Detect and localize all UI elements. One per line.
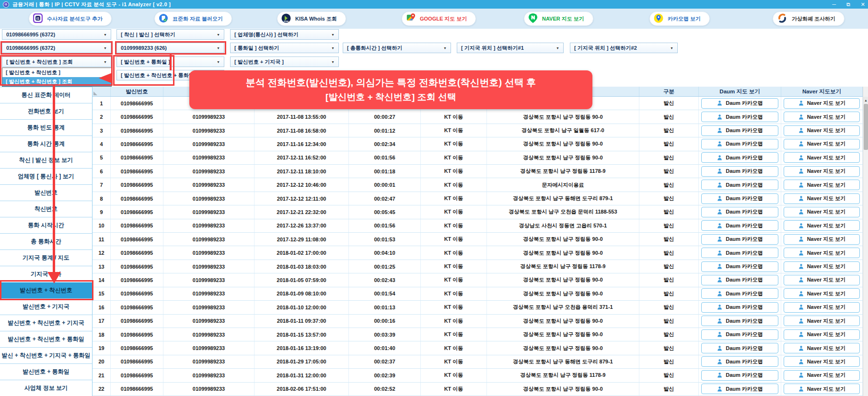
sidebar-item-8[interactable]: 착신번호 xyxy=(0,201,92,217)
sidebar-item-15[interactable]: 발신번호 + 착신번호 + 기지국 xyxy=(0,315,92,331)
naver-map-button[interactable]: Naver 지도 보기 xyxy=(784,112,860,122)
scrollbar-up-icon[interactable]: ▲ xyxy=(863,97,868,103)
table-row[interactable]: 2101098666995010999892332018-01-31 12:00… xyxy=(93,369,863,382)
daum-map-button[interactable]: Daum 카카오맵 xyxy=(701,166,778,177)
naver-map-button[interactable]: Naver 지도 보기 xyxy=(784,356,860,367)
daum-map-button[interactable]: Daum 카카오맵 xyxy=(701,248,778,258)
table-row[interactable]: 1001098666995010999892332017-12-26 13:37… xyxy=(93,219,863,233)
table-row[interactable]: 901098666995010999892332017-12-21 22:32:… xyxy=(93,205,863,219)
naver-map-button[interactable]: Naver 지도 보기 xyxy=(784,234,860,245)
column-header-10[interactable]: Naver 지도보기 xyxy=(781,87,863,96)
sidebar-item-9[interactable]: 통화 시작시간 xyxy=(0,217,92,234)
sidebar-item-2[interactable]: 전화번호 보기 xyxy=(0,103,92,120)
sidebar-item-14[interactable]: 발신번호 + 기지국 xyxy=(0,299,92,315)
combo-total-call-time[interactable]: [ 총통화시간 ] 선택하기▼ xyxy=(343,43,451,53)
naver-map-button[interactable]: Naver 지도 보기 xyxy=(784,193,860,204)
close-button[interactable]: ✕ xyxy=(861,0,865,9)
naver-map-button[interactable]: Naver 지도 보기 xyxy=(784,180,860,190)
naver-map-button[interactable]: Naver 지도 보기 xyxy=(784,261,860,272)
daum-map-button[interactable]: Daum 카카오맵 xyxy=(701,234,778,245)
daum-map-button[interactable]: Daum 카카오맵 xyxy=(701,316,778,326)
minimize-button[interactable]: ─ xyxy=(832,0,836,9)
daum-map-button[interactable]: Daum 카카오맵 xyxy=(701,98,778,109)
sidebar-item-19[interactable]: 사업체 정보 보기 xyxy=(0,380,92,396)
table-row[interactable]: 401098666995010999892332017-11-16 12:34:… xyxy=(93,137,863,151)
table-row[interactable]: 1601098666995010999892332018-01-10 12:00… xyxy=(93,301,863,314)
table-row[interactable]: 1801098666995010999892332018-01-15 13:57… xyxy=(93,328,863,341)
daum-map-button[interactable]: Daum 카카오맵 xyxy=(701,329,778,340)
column-header-8[interactable]: 구분 xyxy=(639,87,699,96)
table-row[interactable]: 1701098666995010999892332018-01-11 09:37… xyxy=(93,315,863,328)
sidebar-item-18[interactable]: 발신번호 + 통화일 xyxy=(0,364,92,380)
naver-map-button[interactable]: Naver 지도 보기 xyxy=(784,139,860,149)
daum-map-button[interactable]: Daum 카카오맵 xyxy=(701,207,778,217)
daum-map-button[interactable]: Daum 카카오맵 xyxy=(701,220,778,231)
daum-map-button[interactable]: Daum 카카오맵 xyxy=(701,288,778,299)
combo-caller-cell[interactable]: [ 발신번호 + 기지국 ]▼ xyxy=(230,57,339,67)
table-row[interactable]: 201098666995010999892332017-11-08 13:55:… xyxy=(93,110,863,124)
sidebar-item-3[interactable]: 통화 빈도 통계 xyxy=(0,120,92,136)
table-row[interactable]: 1201098666995010999892332018-01-02 17:00… xyxy=(93,246,863,260)
table-row[interactable]: 601098666995010999892332017-12-11 18:10:… xyxy=(93,165,863,178)
daum-map-button[interactable]: Daum 카카오맵 xyxy=(701,180,778,190)
sidebar-item-4[interactable]: 통화 시간 통계 xyxy=(0,136,92,152)
toolbar-button-7[interactable]: 가상화폐 조사하기 xyxy=(773,11,845,26)
daum-map-button[interactable]: Daum 카카오맵 xyxy=(701,261,778,272)
table-row[interactable]: 701098666995010999892332017-12-12 10:46:… xyxy=(93,178,863,192)
table-row[interactable]: 1501098666995010999892332018-01-09 08:10… xyxy=(93,287,863,301)
toolbar-button-3[interactable]: KISAKISA Whois 조회 xyxy=(277,11,346,26)
table-row[interactable]: 801098666995010999892332017-12-12 12:11:… xyxy=(93,192,863,205)
naver-map-button[interactable]: Naver 지도 보기 xyxy=(784,302,860,313)
daum-map-button[interactable]: Daum 카카오맵 xyxy=(701,275,778,285)
sidebar-item-5[interactable]: 착신 | 발신 정보 보기 xyxy=(0,152,92,169)
column-header-9[interactable]: Daum 지도 보기 xyxy=(699,87,781,96)
dropdown-option-2[interactable]: [ 발신번호 + 착신번호 ] 조회 xyxy=(2,77,111,86)
combo-cell-location-1[interactable]: [ 기지국 위치 ] 선택하기#1▼ xyxy=(457,43,564,53)
naver-map-button[interactable]: Naver 지도 보기 xyxy=(784,220,860,231)
sidebar-item-11[interactable]: 기지국 통계 / 지도 xyxy=(0,250,92,266)
daum-map-button[interactable]: Daum 카카오맵 xyxy=(701,112,778,122)
dropdown-option-1[interactable]: [ 발신번호 + 착신번호 ] xyxy=(2,68,111,77)
naver-map-button[interactable]: Naver 지도 보기 xyxy=(784,370,860,381)
daum-map-button[interactable]: Daum 카카오맵 xyxy=(701,356,778,367)
daum-map-button[interactable]: Daum 카카오맵 xyxy=(701,370,778,381)
table-row[interactable]: 1301098666995010999892332018-01-03 18:03… xyxy=(93,260,863,273)
table-row[interactable]: 301098666995010999892332017-11-08 16:58:… xyxy=(93,124,863,137)
naver-map-button[interactable]: Naver 지도 보기 xyxy=(784,275,860,285)
column-header-1[interactable] xyxy=(93,87,111,96)
sidebar-item-12[interactable]: 기지국 조사 xyxy=(0,266,92,283)
sidebar-item-7[interactable]: 발신번호 xyxy=(0,185,92,201)
table-row[interactable]: 1901098666995010999892332018-01-16 13:19… xyxy=(93,341,863,355)
naver-map-button[interactable]: Naver 지도 보기 xyxy=(784,98,860,109)
daum-map-button[interactable]: Daum 카카오맵 xyxy=(701,125,778,136)
naver-map-button[interactable]: Naver 지도 보기 xyxy=(784,384,860,394)
daum-map-button[interactable]: Daum 카카오맵 xyxy=(701,152,778,163)
toolbar-button-2[interactable]: 표준화 자료 불러오기 xyxy=(154,11,232,26)
toolbar-button-4[interactable]: GOOGLE 지도 보기 xyxy=(402,11,476,26)
sidebar-item-10[interactable]: 총 통화시간 xyxy=(0,234,92,250)
naver-map-button[interactable]: Naver 지도 보기 xyxy=(784,125,860,136)
naver-map-button[interactable]: Naver 지도 보기 xyxy=(784,316,860,326)
table-row[interactable]: 1101098666995010999892332017-12-29 11:08… xyxy=(93,233,863,246)
combo-carrier[interactable]: [ 업체명(통신사) ] 선택하기▼ xyxy=(230,29,339,40)
column-header-2[interactable]: 발신번호 xyxy=(111,87,163,96)
sidebar-item-13[interactable]: 발신번호 + 착신번호 xyxy=(0,283,92,299)
maximize-button[interactable]: ⧉ xyxy=(846,0,850,9)
toolbar-button-5[interactable]: NAVER 지도 보기 xyxy=(524,11,593,26)
daum-map-button[interactable]: Daum 카카오맵 xyxy=(701,343,778,353)
combo-analysis-number-2[interactable]: 01098666995 (6372)▼ xyxy=(2,43,111,53)
combo-query-caller-callee[interactable]: [ 발신번호 + 착신번호 ] 조회▼ xyxy=(2,57,111,67)
table-row[interactable]: 1401098666995010999892332018-01-05 07:59… xyxy=(93,273,863,287)
daum-map-button[interactable]: Daum 카카오맵 xyxy=(701,302,778,313)
sidebar-item-1[interactable]: 통신 표준화 데이터 xyxy=(0,87,92,103)
daum-map-button[interactable]: Daum 카카오맵 xyxy=(701,139,778,149)
table-row[interactable]: 2201098666995010999892332018-02-06 17:51… xyxy=(93,383,863,396)
naver-map-button[interactable]: Naver 지도 보기 xyxy=(784,166,860,177)
sidebar-item-17[interactable]: 발신 + 착신번호 + 기지국 + 통화일 xyxy=(0,348,92,364)
table-row[interactable]: 501098666995010999892332017-12-11 16:52:… xyxy=(93,151,863,165)
combo-call-date[interactable]: [ 통화일 ] 선택하기▼ xyxy=(230,43,339,53)
daum-map-button[interactable]: Daum 카카오맵 xyxy=(701,193,778,204)
naver-map-button[interactable]: Naver 지도 보기 xyxy=(784,288,860,299)
scrollbar-thumb[interactable] xyxy=(864,104,868,150)
naver-map-button[interactable]: Naver 지도 보기 xyxy=(784,329,860,340)
